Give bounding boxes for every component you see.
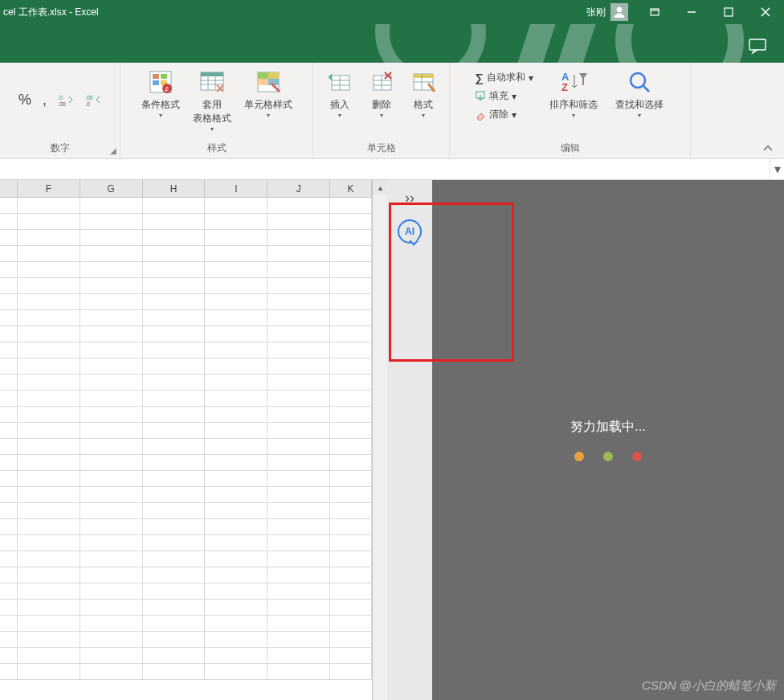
cell[interactable]	[205, 262, 267, 277]
cell[interactable]	[205, 407, 267, 422]
cell[interactable]	[18, 198, 80, 213]
cell[interactable]	[0, 391, 18, 406]
cell[interactable]	[330, 519, 372, 534]
spreadsheet-grid[interactable]: F G H I J K	[0, 180, 373, 700]
cell[interactable]	[0, 519, 18, 534]
table-row[interactable]	[0, 632, 372, 648]
cell[interactable]	[330, 503, 372, 518]
cell[interactable]	[267, 391, 330, 406]
cell[interactable]	[205, 487, 267, 502]
cell[interactable]	[18, 616, 80, 631]
cell[interactable]	[18, 503, 80, 518]
scroll-track[interactable]	[373, 194, 387, 700]
cell[interactable]	[18, 423, 80, 438]
cell[interactable]	[80, 519, 143, 534]
cell[interactable]	[18, 310, 80, 325]
cell[interactable]	[205, 583, 267, 599]
cell[interactable]	[205, 278, 267, 293]
cell[interactable]	[330, 600, 372, 615]
cell[interactable]	[267, 439, 330, 454]
cell[interactable]	[18, 375, 80, 390]
cell[interactable]	[330, 616, 372, 631]
cell[interactable]	[80, 230, 143, 245]
cell[interactable]	[267, 616, 330, 631]
cell[interactable]	[0, 310, 18, 325]
cell[interactable]	[80, 342, 143, 358]
cell[interactable]	[18, 294, 80, 309]
cell[interactable]	[18, 262, 80, 277]
insert-button[interactable]: 插入▾	[322, 66, 357, 121]
cell[interactable]	[330, 358, 372, 374]
cell[interactable]	[205, 455, 267, 470]
cell[interactable]	[0, 583, 18, 599]
table-row[interactable]	[0, 600, 372, 616]
maximize-button[interactable]	[710, 0, 747, 24]
table-row[interactable]	[0, 423, 372, 439]
cell[interactable]	[0, 567, 18, 583]
find-select-button[interactable]: 查找和选择▾	[612, 66, 667, 121]
percent-button[interactable]: %	[17, 90, 33, 110]
cell[interactable]	[0, 278, 18, 293]
cell[interactable]	[0, 503, 18, 518]
cell[interactable]	[330, 423, 372, 438]
cell[interactable]	[267, 423, 330, 438]
cell[interactable]	[205, 294, 267, 309]
cell[interactable]	[0, 439, 18, 454]
cell[interactable]	[143, 230, 206, 245]
table-row[interactable]	[0, 407, 372, 423]
table-row[interactable]	[0, 278, 372, 294]
cell[interactable]	[205, 423, 267, 438]
cell[interactable]	[143, 246, 206, 261]
clear-button[interactable]: 清除 ▾	[473, 106, 535, 123]
cell[interactable]	[267, 214, 330, 229]
cell[interactable]	[80, 471, 143, 486]
cell[interactable]	[0, 326, 18, 342]
cell[interactable]	[18, 567, 80, 583]
cell[interactable]	[205, 471, 267, 486]
cell[interactable]	[143, 551, 206, 567]
cell[interactable]	[205, 632, 267, 647]
cell[interactable]	[143, 535, 206, 551]
cell[interactable]	[267, 567, 330, 583]
cell[interactable]	[267, 648, 330, 663]
table-row[interactable]	[0, 503, 372, 519]
cell[interactable]	[267, 632, 330, 647]
cell[interactable]	[18, 439, 80, 454]
cell[interactable]	[267, 342, 330, 358]
cell[interactable]	[80, 487, 143, 502]
cell[interactable]	[330, 567, 372, 583]
cell[interactable]	[205, 326, 267, 342]
comments-button[interactable]	[749, 39, 766, 58]
cell[interactable]	[80, 423, 143, 438]
cell[interactable]	[205, 375, 267, 390]
expand-pane-button[interactable]: ››	[405, 190, 414, 207]
cell[interactable]	[18, 342, 80, 358]
table-row[interactable]	[0, 551, 372, 567]
cell[interactable]	[80, 294, 143, 309]
cell[interactable]	[80, 439, 143, 454]
cell[interactable]	[80, 198, 143, 213]
cell[interactable]	[18, 326, 80, 342]
cell[interactable]	[0, 632, 18, 647]
cell[interactable]	[0, 198, 18, 213]
cell[interactable]	[18, 632, 80, 647]
cell[interactable]	[205, 567, 267, 583]
cell[interactable]	[143, 600, 206, 615]
cell[interactable]	[0, 664, 18, 679]
cell[interactable]	[0, 262, 18, 277]
cell[interactable]	[143, 214, 206, 229]
cell[interactable]	[267, 487, 330, 502]
table-row[interactable]	[0, 664, 372, 680]
cell[interactable]	[80, 567, 143, 583]
cell[interactable]	[80, 551, 143, 567]
cell[interactable]	[0, 616, 18, 631]
cell[interactable]	[205, 342, 267, 358]
cell[interactable]	[330, 455, 372, 470]
user-account[interactable]: 张刚	[586, 3, 628, 21]
cell[interactable]	[18, 487, 80, 502]
cell[interactable]	[143, 664, 206, 679]
decrease-decimal-button[interactable]: .00.0	[84, 92, 103, 109]
cell[interactable]	[267, 358, 330, 374]
cell[interactable]	[205, 503, 267, 518]
cell[interactable]	[330, 391, 372, 406]
